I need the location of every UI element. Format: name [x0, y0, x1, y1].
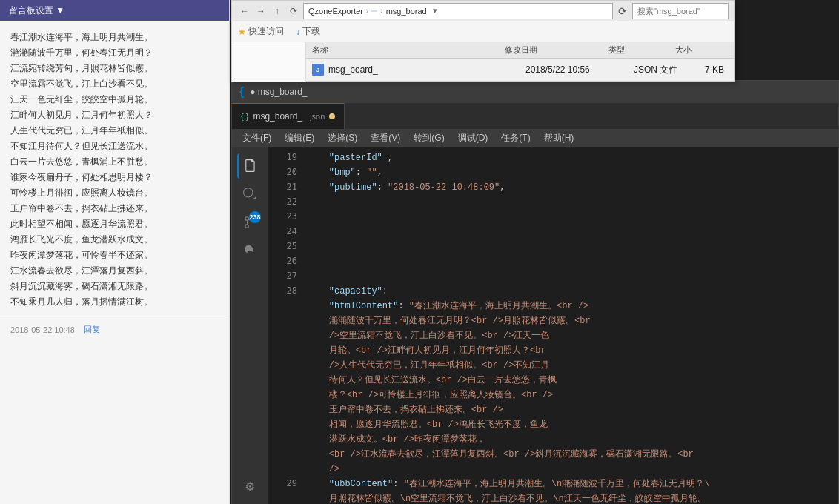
file-explorer-window: ← → ↑ ⟳ QzoneExporter › › msg_borad ▾ ⟳ …: [231, 0, 735, 82]
download-label: 下载: [302, 25, 320, 38]
bulletin-header[interactable]: 留言板设置 ▼: [0, 0, 229, 21]
menu-edit[interactable]: 编辑(E): [279, 129, 320, 147]
file-size: 7 KB: [705, 64, 729, 75]
code-line-28d: />空里流霜不觉飞，汀上白沙看不见。<br />江天一色: [305, 328, 838, 343]
code-line-28j: 相闻，愿逐月华流照君。<br />鸿雁长飞光不度，鱼龙: [305, 417, 838, 432]
file-row[interactable]: J msg_board_ 2018/5/22 10:56 JSON 文件 7 K…: [306, 59, 734, 81]
code-line-28: "capacity":: [305, 284, 838, 299]
code-line-28l: <br />江水流春去欲尽，江潭落月复西斜。<br />斜月沉沉藏海雾，碣石潇湘…: [305, 447, 838, 462]
forward-button[interactable]: →: [254, 4, 268, 18]
refresh-btn2[interactable]: ⟳: [616, 4, 629, 18]
post-meta: 2018-05-22 10:48 回复: [0, 319, 229, 339]
quick-access-label: 快速访问: [248, 25, 284, 38]
tab-modified-dot: [329, 113, 335, 119]
explorer-titlebar: ← → ↑ ⟳ QzoneExporter › › msg_borad ▾ ⟳: [232, 1, 734, 21]
vscode-tab-bar: { } msg_board_ json: [232, 103, 838, 129]
explorer-main: 名称 修改日期 类型 大小 J msg_board_ 2018/5/22 10:…: [306, 42, 734, 82]
code-line-20: "bmp": "",: [305, 165, 838, 180]
menu-debug[interactable]: 调试(D): [452, 129, 494, 147]
up-button[interactable]: ↑: [271, 4, 284, 18]
file-name: msg_board_: [328, 64, 521, 75]
refresh-button[interactable]: ⟳: [287, 4, 300, 18]
col-size-header: 大小: [675, 44, 729, 56]
col-date-header: 修改日期: [505, 44, 608, 56]
code-line-29: "ubbContent": "春江潮水连海平，海上明月共潮生。\n滟滟随波千万里…: [305, 477, 838, 491]
address-part1: QzoneExporter: [308, 7, 363, 16]
file-date: 2018/5/22 10:56: [525, 64, 629, 75]
vscode-window: { ● msg_board_ { } msg_board_ json 文件(F)…: [231, 80, 839, 504]
editor-area: 19 20 21 22 23 24 25 26 27 28: [268, 147, 838, 504]
explorer-icon[interactable]: [237, 153, 262, 179]
code-line-28m: />: [305, 462, 838, 477]
code-line-28c: 滟滟随波千万里，何处春江无月明？<br />月照花林皆似霰。<br: [305, 314, 838, 328]
address-part3: msg_borad: [386, 7, 427, 16]
menu-select[interactable]: 选择(S): [322, 129, 363, 147]
explorer-content: 名称 修改日期 类型 大小 J msg_board_ 2018/5/22 10:…: [232, 42, 734, 82]
address-sep2: ›: [380, 7, 382, 15]
code-line-21: "pubtime": "2018-05-22 10:48:09",: [305, 180, 838, 195]
address-bar[interactable]: QzoneExporter › › msg_borad ▾: [303, 3, 613, 19]
code-line-28e: 月轮。<br />江畔何人初见月，江月何年初照人？<br: [305, 343, 838, 358]
code-line-28i: 玉户帘中卷不去，捣衣砧上拂还来。<br />: [305, 402, 838, 417]
code-line-28f: />人生代代无穷已，江月年年祇相似。<br />不知江月: [305, 358, 838, 373]
code-line-22: [305, 195, 838, 210]
editor-tab[interactable]: { } msg_board_ json: [232, 103, 345, 129]
back-button[interactable]: ←: [238, 4, 251, 18]
file-type-icon: J: [312, 64, 324, 76]
bulletin-header-title: 留言板设置 ▼: [9, 4, 64, 17]
vscode-logo-icon: {: [239, 85, 244, 99]
code-line-28k: 潜跃水成文。<br />昨夜闲潭梦落花，: [305, 432, 838, 447]
file-type: JSON 文件: [634, 64, 700, 76]
activity-bar: 238 ⚙: [232, 147, 268, 504]
left-bulletin-panel: 留言板设置 ▼ 春江潮水连海平，海上明月共潮生。 滟滟随波千万里，何处春江无月明…: [0, 0, 230, 504]
post-content: 春江潮水连海平，海上明月共潮生。 滟滟随波千万里，何处春江无月明？ 江流宛转绕芳…: [0, 21, 229, 319]
reply-button[interactable]: 回复: [84, 324, 100, 335]
vscode-body: 238 ⚙ 19 20 21 22 23 24 25 26 27 28: [232, 147, 838, 504]
settings-icon[interactable]: ⚙: [237, 474, 262, 499]
source-control-badge: 238: [249, 211, 261, 223]
address-sep1: ›: [366, 7, 368, 15]
code-line-24: [305, 225, 838, 239]
code-line-29b: 月照花林皆似霰。\n空里流霜不觉飞，汀上白沙看不见。\n江天一色无纤尘，皎皎空中…: [305, 491, 838, 504]
code-line-23: [305, 210, 838, 225]
explorer-toolbar: ★ 快速访问 ↓ 下载: [232, 21, 734, 42]
code-line-25: [305, 239, 838, 254]
explorer-sidebar: [232, 42, 306, 82]
extensions-icon[interactable]: [237, 238, 262, 263]
search-input[interactable]: [632, 3, 729, 19]
dropdown-icon[interactable]: ▾: [433, 6, 437, 16]
line-numbers: 19 20 21 22 23 24 25 26 27 28: [268, 147, 305, 504]
explorer-column-headers: 名称 修改日期 类型 大小: [306, 42, 734, 59]
vscode-title: ● msg_board_: [250, 87, 307, 97]
post-time: 2018-05-22 10:48: [10, 325, 75, 334]
code-line-28b: "htmlContent": "春江潮水连海平，海上明月共潮生。<br />: [305, 299, 838, 314]
vscode-titlebar: { ● msg_board_: [232, 81, 838, 103]
code-line-26: [305, 254, 838, 269]
code-line-27: [305, 269, 838, 284]
source-control-icon[interactable]: 238: [237, 210, 262, 235]
tab-filename: msg_board_: [253, 111, 302, 122]
search-icon[interactable]: [237, 182, 262, 207]
menu-task[interactable]: 任务(T): [495, 129, 536, 147]
address-part2: [371, 10, 377, 12]
menu-file[interactable]: 文件(F): [236, 129, 277, 147]
download-icon: ↓: [296, 27, 300, 37]
json-icon: { }: [241, 112, 248, 121]
vscode-menu-bar: 文件(F) 编辑(E) 选择(S) 查看(V) 转到(G) 调试(D) 任务(T…: [232, 129, 838, 147]
star-icon: ★: [238, 27, 246, 37]
menu-goto[interactable]: 转到(G): [408, 129, 450, 147]
col-name-header: 名称: [312, 44, 505, 56]
code-line-28g: 待何人？但见长江送流水。<br />白云一片去悠悠，青枫: [305, 373, 838, 388]
menu-view[interactable]: 查看(V): [365, 129, 406, 147]
code-editor[interactable]: "pasterId" , "bmp": "", "pubtime": "2018…: [305, 147, 838, 504]
menu-help[interactable]: 帮助(H): [538, 129, 580, 147]
tab-lang: json: [310, 112, 325, 121]
download-button[interactable]: ↓ 下载: [296, 25, 320, 38]
code-line-19: "pasterId" ,: [305, 150, 838, 165]
col-type-header: 类型: [608, 44, 675, 56]
quick-access-button[interactable]: ★ 快速访问: [238, 25, 284, 38]
code-line-28h: 楼？<br />可怜楼上月徘徊，应照离人妆镜台。<br />: [305, 388, 838, 402]
